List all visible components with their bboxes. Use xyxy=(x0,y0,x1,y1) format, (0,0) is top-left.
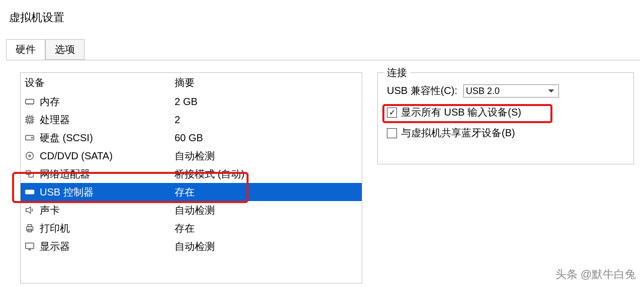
tab-hardware[interactable]: 硬件 xyxy=(6,39,45,60)
group-legend: 连接 xyxy=(384,66,410,79)
device-row-cpu[interactable]: 处理器 2 xyxy=(21,111,362,129)
device-list: 设备 摘要 内存 2 GB 处理器 2 xyxy=(20,72,362,283)
device-name: USB 控制器 xyxy=(40,185,175,199)
checkbox-box-icon xyxy=(387,128,397,138)
checkbox-share-bluetooth[interactable]: 与虚拟机共享蓝牙设备(B) xyxy=(387,126,624,140)
tabs: 硬件 选项 xyxy=(6,39,85,60)
usb-icon xyxy=(24,186,36,198)
svg-point-5 xyxy=(26,152,34,160)
printer-icon xyxy=(24,222,36,234)
device-summary: 存在 xyxy=(175,222,362,235)
checkbox-show-all-usb[interactable]: 显示所有 USB 输入设备(S) xyxy=(387,106,624,119)
device-summary: 2 xyxy=(175,114,362,126)
header-device[interactable]: 设备 xyxy=(24,76,175,89)
device-name: 网络适配器 xyxy=(40,167,175,181)
device-summary: 2 GB xyxy=(175,96,362,108)
device-name: 处理器 xyxy=(40,113,175,127)
device-summary: 自动检测 xyxy=(175,204,362,217)
svg-point-4 xyxy=(31,137,32,138)
disk-icon xyxy=(24,132,36,144)
device-row-cddvd[interactable]: CD/DVD (SATA) 自动检测 xyxy=(21,147,362,165)
cpu-icon xyxy=(24,114,36,126)
device-summary: 自动检测 xyxy=(175,240,362,253)
window-title: 虚拟机设置 xyxy=(9,11,64,24)
device-row-memory[interactable]: 内存 2 GB xyxy=(21,92,362,111)
device-row-network[interactable]: 网络适配器 桥接模式 (自动) xyxy=(21,165,362,183)
device-row-sound[interactable]: 声卡 自动检测 xyxy=(21,201,362,219)
device-summary: 自动检测 xyxy=(175,149,362,163)
usb-compat-label: USB 兼容性(C): xyxy=(387,84,457,98)
checkbox-label: 与虚拟机共享蓝牙设备(B) xyxy=(401,126,515,140)
device-name: CD/DVD (SATA) xyxy=(40,150,175,162)
device-name: 内存 xyxy=(40,95,175,109)
device-summary: 存在 xyxy=(175,185,362,199)
connections-group: 连接 USB 兼容性(C): USB 2.0 显示所有 USB 输入设备(S) xyxy=(377,72,634,164)
header-summary[interactable]: 摘要 xyxy=(175,76,362,89)
network-icon xyxy=(24,168,36,180)
device-row-printer[interactable]: 打印机 存在 xyxy=(21,219,362,237)
device-name: 打印机 xyxy=(40,222,175,235)
svg-rect-11 xyxy=(28,225,31,227)
device-row-usb[interactable]: USB 控制器 存在 xyxy=(21,183,362,201)
memory-icon xyxy=(24,95,36,108)
svg-rect-0 xyxy=(26,99,34,104)
svg-rect-10 xyxy=(27,227,33,230)
svg-rect-2 xyxy=(28,118,31,121)
device-row-display[interactable]: 显示器 自动检测 xyxy=(21,237,362,255)
display-icon xyxy=(24,240,36,252)
sound-icon xyxy=(24,204,36,216)
device-name: 显示器 xyxy=(40,240,175,253)
device-summary: 60 GB xyxy=(175,132,362,144)
device-summary: 桥接模式 (自动) xyxy=(175,167,362,181)
checkbox-label: 显示所有 USB 输入设备(S) xyxy=(401,106,521,119)
right-panel: 连接 USB 兼容性(C): USB 2.0 显示所有 USB 输入设备(S) xyxy=(377,72,634,283)
hardware-panel: 设备 摘要 内存 2 GB 处理器 2 xyxy=(6,60,640,287)
usb-compat-select[interactable]: USB 2.0 xyxy=(463,84,559,98)
device-name: 声卡 xyxy=(40,204,175,217)
device-name: 硬盘 (SCSI) xyxy=(40,131,175,145)
svg-rect-13 xyxy=(26,243,34,249)
checkbox-box-icon xyxy=(387,108,397,118)
device-row-disk[interactable]: 硬盘 (SCSI) 60 GB xyxy=(21,129,362,147)
cd-icon xyxy=(24,150,36,162)
svg-rect-1 xyxy=(27,117,33,123)
device-list-header: 设备 摘要 xyxy=(21,73,362,92)
svg-point-6 xyxy=(29,155,31,157)
tab-options[interactable]: 选项 xyxy=(45,39,85,60)
